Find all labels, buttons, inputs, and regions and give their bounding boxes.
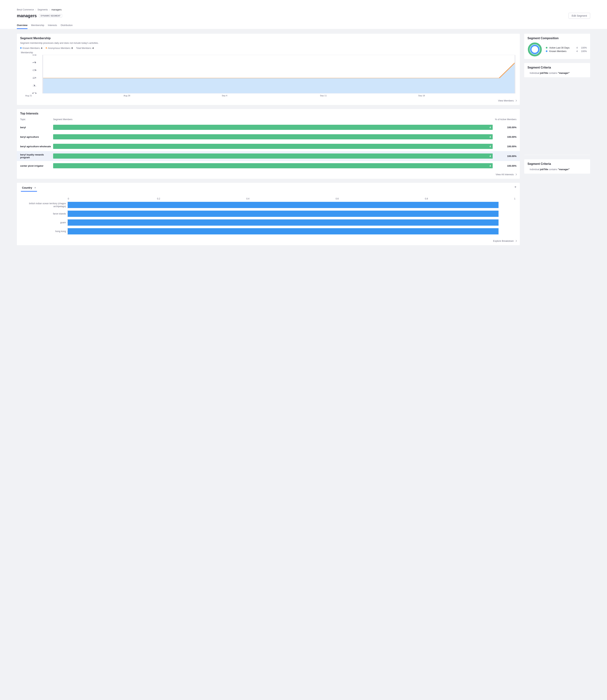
legend-dot (546, 47, 547, 48)
membership-chart: 012345 (20, 55, 517, 94)
card-title: Top Interests (20, 112, 517, 115)
composition-row: Known Members 4 100% (546, 50, 587, 52)
membership-helper-text: Segment membership processes daily and d… (20, 42, 517, 44)
page-title: managers (17, 13, 37, 18)
close-icon[interactable]: × (35, 186, 36, 189)
composition-label: Known Members (549, 50, 572, 52)
country-bar (68, 202, 499, 208)
svg-text:1: 1 (32, 84, 37, 87)
country-label: hong kong (20, 230, 68, 233)
explore-breakdown-link[interactable]: Explore Breakdown (493, 239, 514, 242)
svg-text:4: 4 (32, 61, 37, 64)
chevron-right-icon (515, 174, 517, 175)
interest-percent: 100.00% (493, 145, 517, 148)
view-members-link[interactable]: View Members (498, 99, 514, 102)
interest-bar: 4 (53, 134, 493, 140)
country-label: faroe islands (20, 212, 68, 215)
country-bar-row: guam (20, 219, 517, 226)
interest-topic: beryl (20, 126, 53, 129)
composition-percent: 100% (580, 46, 587, 49)
distribution-tab-country[interactable]: Country × (21, 186, 37, 192)
card-title: Segment Criteria (527, 66, 587, 69)
tab-distribution[interactable]: Distribution (61, 23, 72, 29)
membership-legend: Known Members: 4 Anonymous Members: 0 To… (20, 47, 517, 49)
interest-bar: 4 (53, 153, 493, 158)
country-bar (68, 228, 499, 234)
distribution-card: Country × + 00.20.40.60.81 british india… (17, 183, 520, 245)
breadcrumb-root[interactable]: Beryl Commerce (17, 8, 34, 11)
svg-text:5: 5 (32, 55, 37, 56)
country-label: guam (20, 221, 68, 224)
interest-bar: 4 (53, 163, 493, 168)
composition-label: Active Last 30 Days (549, 46, 572, 49)
col-topic: Topic (20, 118, 53, 121)
legend-anonymous: Anonymous Members: 0 (46, 47, 73, 49)
interest-bar: 4 (53, 144, 493, 149)
membership-chart-xticks: Aug 21Aug 28Sep 4Sep 11Sep 18 (20, 94, 517, 97)
legend-known: Known Members: 4 (20, 47, 42, 49)
segment-composition-card: Segment Composition Active Last 30 Days … (524, 34, 590, 59)
interest-bar: 4 (53, 125, 493, 130)
chevron-right-icon (515, 240, 517, 242)
interests-header: Topic Segment Members % of Active Member… (20, 117, 517, 123)
card-title: Segment Composition (527, 37, 587, 40)
interest-percent: 100.00% (493, 135, 517, 138)
criteria-expression: Individual jobTitle contains "manager" (527, 167, 587, 171)
svg-point-8 (531, 45, 539, 54)
country-bar-row: hong kong (20, 228, 517, 234)
placeholder (524, 154, 590, 155)
legend-dot (546, 50, 547, 52)
tab-interests[interactable]: Interests (48, 23, 57, 29)
interest-row[interactable]: beryl loyalty rewards program 4 100.00% (17, 151, 520, 161)
card-title: Segment Criteria (527, 162, 587, 166)
interest-topic: beryl loyalty rewards program (20, 153, 53, 159)
chevron-right-icon (515, 100, 517, 102)
interest-percent: 100.00% (493, 126, 517, 129)
country-label: british indian ocean territory (chagos a… (20, 202, 68, 208)
tab-membership[interactable]: Membership (31, 23, 44, 29)
segment-membership-card: Segment Membership Segment membership pr… (17, 34, 520, 105)
svg-text:2: 2 (32, 77, 37, 79)
col-percent: % of Active Members (493, 118, 517, 121)
segment-type-tag: DYNAMIC SEGMENT (39, 14, 62, 17)
interest-percent: 100.00% (493, 155, 517, 157)
breadcrumb-sep: › (35, 8, 36, 11)
composition-donut (527, 42, 542, 57)
breadcrumb: Beryl Commerce › Segments › managers (17, 0, 590, 11)
country-bar-row: faroe islands (20, 211, 517, 217)
top-interests-card: Top Interests Topic Segment Members % of… (17, 109, 520, 179)
interest-row[interactable]: beryl 4 100.00% (20, 123, 517, 132)
country-bar-chart: 00.20.40.60.81 british indian ocean terr… (20, 197, 517, 234)
svg-text:0: 0 (32, 92, 37, 94)
tabs: OverviewMembershipInterestsDistribution (17, 23, 590, 29)
svg-text:3: 3 (32, 69, 37, 71)
interest-row[interactable]: beryl agriculture wholesale 4 100.00% (20, 142, 517, 151)
breadcrumb-sep: › (49, 8, 50, 11)
criteria-expression: Individual jobTitle contains "manager" (527, 71, 587, 75)
card-title: Segment Membership (20, 37, 517, 40)
legend-total: Total Members: 4 (76, 47, 93, 49)
interest-row[interactable]: beryl agriculture 4 100.00% (20, 132, 517, 142)
composition-percent: 100% (580, 50, 587, 52)
country-bar-row: british indian ocean territory (chagos a… (20, 202, 517, 208)
interest-topic: beryl agriculture wholesale (20, 145, 53, 148)
view-all-interests-link[interactable]: View All Interests (496, 173, 514, 176)
interest-row[interactable]: center pivot irrigator 4 100.00% (20, 161, 517, 171)
edit-segment-button[interactable]: Edit Segment (568, 13, 590, 19)
add-breakdown-button[interactable]: + (514, 186, 517, 188)
interest-topic: center pivot irrigator (20, 165, 53, 167)
segment-criteria-card: Segment Criteria Individual jobTitle con… (524, 63, 590, 77)
segment-criteria-card: Segment Criteria Individual jobTitle con… (524, 160, 590, 174)
composition-count: 4 (574, 50, 578, 52)
tab-overview[interactable]: Overview (17, 23, 27, 29)
chart-axis-title: Membership (21, 51, 517, 54)
breadcrumb-current: managers (51, 8, 62, 11)
interest-topic: beryl agriculture (20, 135, 53, 138)
col-segment-members: Segment Members (53, 118, 493, 121)
interest-percent: 100.00% (493, 165, 517, 167)
country-bar (68, 211, 499, 217)
composition-count: 4 (574, 46, 578, 49)
breadcrumb-mid[interactable]: Segments (38, 8, 48, 11)
composition-row: Active Last 30 Days 4 100% (546, 46, 587, 49)
country-bar (68, 219, 499, 226)
